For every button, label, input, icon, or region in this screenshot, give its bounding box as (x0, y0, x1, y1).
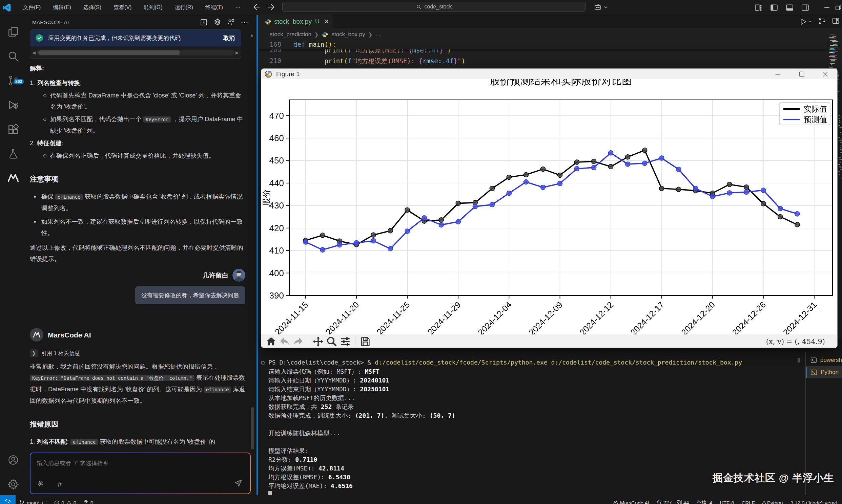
send-icon[interactable] (234, 479, 243, 489)
svg-text:460: 460 (269, 133, 284, 143)
cancel-button[interactable]: 取消 (223, 34, 235, 42)
hash-icon[interactable]: # (57, 480, 62, 489)
marscode-status-item[interactable]: MarsCode AI (613, 500, 650, 504)
language-item[interactable]: {} Python (762, 500, 783, 504)
tab-close-icon[interactable]: ✕ (324, 18, 329, 25)
toggle-secondary-sidebar-icon[interactable] (797, 0, 813, 15)
toggle-sidebar-icon[interactable] (766, 0, 782, 15)
svg-text:股价: 股价 (262, 189, 271, 206)
nav-back-icon[interactable] (252, 2, 262, 12)
terminal-tab-Python[interactable]: Python (806, 366, 842, 378)
source-control-icon[interactable]: 863 (0, 70, 27, 91)
pan-icon[interactable] (312, 336, 324, 347)
code-line-210[interactable]: 210 print(f"均方根误差(RMSE): {rmse:.4f}") (258, 56, 827, 66)
cursor-readout: (x, y) = (, 454.9) (766, 338, 825, 346)
extensions-icon[interactable] (0, 119, 27, 140)
toggle-panel-icon[interactable] (782, 0, 797, 15)
command-center-search[interactable]: code_stock (282, 2, 585, 12)
testing-icon[interactable] (0, 143, 27, 164)
search-sidebar-icon[interactable] (0, 46, 27, 67)
open-changes-icon[interactable] (818, 17, 826, 26)
svg-text:400: 400 (269, 268, 284, 278)
breadcrumb-folder: stock_prediction (270, 31, 311, 38)
chevron-right-icon: ❯ (368, 32, 373, 38)
zoom-icon[interactable] (326, 336, 338, 347)
window-restore-icon[interactable] (835, 0, 842, 15)
run-python-icon[interactable] (799, 17, 812, 26)
remote-indicator[interactable] (0, 495, 16, 504)
sidebar-scroll-up-icon[interactable]: ▲ (250, 32, 254, 38)
tab-stock-box[interactable]: stock_box.py U ✕ (258, 15, 333, 28)
nav-forward-icon[interactable] (266, 2, 276, 12)
explorer-icon[interactable] (0, 21, 27, 42)
sidebar-gear-icon[interactable] (213, 18, 222, 26)
terminal-scrollbar[interactable] (797, 358, 800, 362)
problems-item[interactable]: 0 0 (54, 500, 76, 504)
indentation-item[interactable]: 空格: 4 (696, 500, 712, 504)
figure-maximize-icon[interactable] (790, 69, 813, 79)
figure-minimize-icon[interactable] (766, 69, 790, 79)
home-icon[interactable] (265, 336, 277, 347)
command-decoration-icon[interactable] (261, 361, 264, 364)
notification-hscrollbar[interactable]: ◀ ▶ (30, 47, 241, 58)
notification-text: 应用变更的任务已完成，但未识别到需要变更的代码 (48, 34, 219, 42)
menu-转到(G)[interactable]: 转到(G) (140, 2, 166, 13)
scroll-right-icon[interactable]: ▶ (234, 50, 239, 55)
menu-运行(R)[interactable]: 运行(R) (171, 2, 197, 13)
chat-input-placeholder: 输入消息或者 “/” 来选择指令 (37, 459, 109, 467)
terminal-tab-powersh[interactable]: powersh (806, 354, 842, 366)
layout-customize-icon[interactable] (751, 0, 766, 15)
svg-text:440: 440 (269, 178, 284, 188)
more-actions-icon[interactable] (240, 18, 249, 26)
encoding-item[interactable]: UTF-8 (720, 500, 734, 504)
save-icon[interactable] (360, 336, 371, 347)
reference-label: 引用 1 相关信息 (41, 348, 80, 359)
menu-选择(S)[interactable]: 选择(S) (79, 2, 105, 13)
menu-···[interactable]: ··· (231, 3, 245, 12)
svg-text:股价预测结果和实际股价对比图: 股价预测结果和实际股价对比图 (490, 79, 632, 86)
chat-input-box[interactable]: 输入消息或者 “/” 来选择指令 # (30, 453, 251, 494)
terminal-cursor (268, 491, 272, 495)
notes-heading: 注意事项 (30, 173, 247, 184)
sidebar-scrollbar[interactable] (251, 407, 254, 450)
forward-icon[interactable] (292, 336, 304, 347)
configure-subplots-icon[interactable] (340, 336, 351, 347)
marscode-titlebar-button[interactable] (594, 3, 608, 11)
eol-item[interactable]: CRLF (742, 500, 755, 504)
svg-text:430: 430 (269, 200, 284, 211)
cursor-position-item[interactable]: 行 227，列 44 (657, 500, 689, 504)
menu-查看(V)[interactable]: 查看(V) (109, 2, 136, 13)
sticky-scroll-line[interactable]: 168 def main(): (258, 40, 827, 50)
figure-window-title: Figure 1 (276, 70, 300, 78)
command-icon[interactable] (37, 480, 44, 487)
back-icon[interactable] (279, 336, 290, 347)
account-icon[interactable] (0, 450, 27, 470)
terminal-line: 均方根误差(RMSE): 6.5430 (268, 473, 350, 481)
figure-close-icon[interactable] (813, 69, 837, 79)
more-editor-actions-icon[interactable] (831, 17, 840, 26)
git-branch-item[interactable]: main* (19, 500, 47, 504)
scroll-left-icon[interactable]: ◀ (32, 50, 37, 55)
chart-canvas[interactable]: 2024-11-152024-11-202024-11-252024-11-29… (261, 79, 838, 335)
python-env-item[interactable]: 3.12.0 ('fcode': venv) (790, 500, 837, 504)
sidebar-sash[interactable] (257, 15, 258, 495)
breadcrumb[interactable]: stock_prediction ❯ stock_box.py ❯ ... (270, 30, 380, 40)
watermark: 掘金技术社区 @ 半浮小生 (712, 471, 834, 485)
new-chat-icon[interactable] (200, 18, 208, 26)
menu-终端(T)[interactable]: 终端(T) (201, 2, 227, 13)
menu-文件(F)[interactable]: 文件(F) (19, 2, 45, 13)
svg-text:410: 410 (269, 246, 284, 255)
reference-row[interactable]: ❯ 引用 1 相关信息 (30, 348, 247, 359)
feedback-icon[interactable] (227, 18, 235, 26)
figure-title-bar[interactable]: Figure 1 (261, 69, 837, 79)
run-debug-icon[interactable] (0, 94, 27, 115)
ports-item[interactable]: 0 (83, 500, 93, 504)
note-item: 确保 efinance 获取的股票数据中确实包含 '收盘价' 列，或者根据实际情… (30, 191, 247, 214)
window-minimize-icon[interactable] (819, 0, 835, 15)
svg-text:420: 420 (269, 223, 284, 233)
matplotlib-figure-window[interactable]: Figure 1 2024-11-152024-11-202024-11-252… (261, 68, 838, 348)
menu-编辑(E)[interactable]: 编辑(E) (49, 2, 75, 13)
robot-icon (594, 3, 602, 11)
marscode-icon[interactable] (0, 167, 27, 188)
settings-gear-icon[interactable] (0, 474, 27, 495)
